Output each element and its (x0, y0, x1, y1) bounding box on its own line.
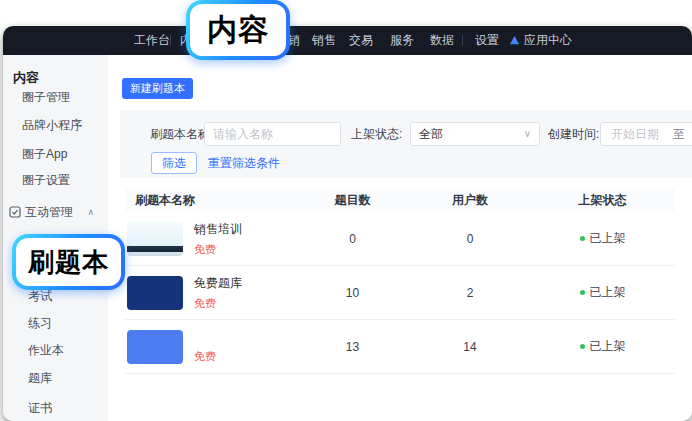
quizbook-title: 销售培训 (194, 221, 242, 238)
sidebar-item-practice[interactable]: 练习 (3, 313, 108, 333)
question-count: 10 (295, 286, 410, 300)
header-name: 刷题本名称 (125, 192, 295, 209)
quizbook-thumbnail (127, 276, 183, 310)
nav-item-data[interactable]: 数据 (430, 26, 454, 55)
nav-item-sales[interactable]: 销售 (312, 26, 336, 55)
table-row[interactable]: 免费 13 14 已上架 (125, 320, 675, 374)
nav-item-service[interactable]: 服务 (390, 26, 414, 55)
nav-item-settings[interactable]: 设置 (475, 26, 499, 55)
date-range-input[interactable]: 开始日期 至 结束日期 (600, 122, 692, 146)
new-quizbook-button[interactable]: 新建刷题本 (122, 78, 193, 99)
table-header-row: 刷题本名称 题目数 用户数 上架状态 (125, 188, 675, 212)
date-filter-label: 创建时间: (548, 122, 599, 146)
status-text: 已上架 (590, 339, 626, 353)
main-content: 新建刷题本 刷题本名称: 上架状态: 全部 ∨ 创建时间: 开始日期 至 结束日… (108, 55, 692, 421)
app-center-logo-icon (509, 35, 520, 46)
header-users: 用户数 (410, 192, 530, 209)
status-dot (580, 236, 585, 241)
quizbook-table: 刷题本名称 题目数 用户数 上架状态 销售培训 免费 0 0 已 (125, 188, 675, 374)
quizbook-price: 免费 (194, 242, 242, 257)
quizbook-price: 免费 (194, 296, 242, 311)
chevron-down-icon: ∨ (524, 123, 531, 145)
sidebar-group-interaction[interactable]: 互动管理 ∧ (3, 202, 108, 222)
user-count: 2 (410, 286, 530, 300)
user-count: 14 (410, 340, 530, 354)
nav-divider (170, 35, 171, 46)
status-text: 已上架 (590, 285, 626, 299)
app-window: 工作台 内容 营销 销售 交易 服务 数据 设置 应用中心 内容 (3, 26, 692, 421)
sidebar-section-content: 内容 (3, 68, 108, 88)
date-separator: 至 (673, 123, 685, 145)
nav-item-label: 应用中心 (524, 26, 572, 55)
status-filter-value: 全部 (419, 127, 443, 141)
filter-button[interactable]: 筛选 (151, 152, 197, 174)
chevron-up-icon: ∧ (87, 202, 94, 222)
sidebar-item-circle-settings[interactable]: 圈子设置 (3, 170, 108, 190)
reset-filters-link[interactable]: 重置筛选条件 (208, 152, 280, 174)
filter-panel: 刷题本名称: 上架状态: 全部 ∨ 创建时间: 开始日期 至 结束日期 筛选 重… (120, 110, 692, 178)
question-count: 0 (295, 232, 410, 246)
status-dot (580, 344, 585, 349)
status-filter-label: 上架状态: (351, 122, 402, 146)
header-questions: 题目数 (295, 192, 410, 209)
quizbook-thumbnail (127, 330, 183, 364)
quizbook-title: 免费题库 (194, 275, 242, 292)
callout-content: 内容 (186, 0, 290, 60)
date-start-placeholder: 开始日期 (611, 123, 659, 145)
status-dot (580, 290, 585, 295)
status-filter-select[interactable]: 全部 ∨ (410, 122, 540, 146)
callout-content-label: 内容 (190, 4, 286, 56)
quizbook-thumbnail (127, 222, 183, 256)
callout-quizbook-label: 刷题本 (16, 238, 121, 286)
table-row[interactable]: 免费题库 免费 10 2 已上架 (125, 266, 675, 320)
quizbook-price: 免费 (194, 349, 216, 364)
nav-item-trade[interactable]: 交易 (349, 26, 373, 55)
header-status: 上架状态 (530, 192, 675, 209)
sidebar-item-certificate[interactable]: 证书 (3, 398, 108, 418)
table-row[interactable]: 销售培训 免费 0 0 已上架 (125, 212, 675, 266)
interaction-icon (9, 206, 21, 218)
status-text: 已上架 (590, 231, 626, 245)
screenshot-stage: 工作台 内容 营销 销售 交易 服务 数据 设置 应用中心 内容 (0, 0, 692, 421)
name-filter-input[interactable] (204, 122, 341, 146)
nav-divider (462, 35, 463, 46)
callout-quizbook: 刷题本 (12, 234, 125, 290)
top-nav: 工作台 内容 营销 销售 交易 服务 数据 设置 应用中心 (3, 26, 692, 55)
sidebar-item-homework[interactable]: 作业本 (3, 340, 108, 360)
quizbook-title (194, 330, 216, 345)
sidebar-item-circle-manage[interactable]: 圈子管理 (3, 87, 108, 107)
sidebar-item-question-bank[interactable]: 题库 (3, 368, 108, 388)
sidebar-item-circle-app[interactable]: 圈子App (3, 144, 108, 164)
user-count: 0 (410, 232, 530, 246)
sidebar-group-label: 互动管理 (25, 205, 73, 219)
sidebar-item-brand-miniapp[interactable]: 品牌小程序 (3, 115, 108, 135)
nav-item-workbench[interactable]: 工作台 (134, 26, 170, 55)
nav-item-app-center[interactable]: 应用中心 (509, 26, 572, 55)
question-count: 13 (295, 340, 410, 354)
